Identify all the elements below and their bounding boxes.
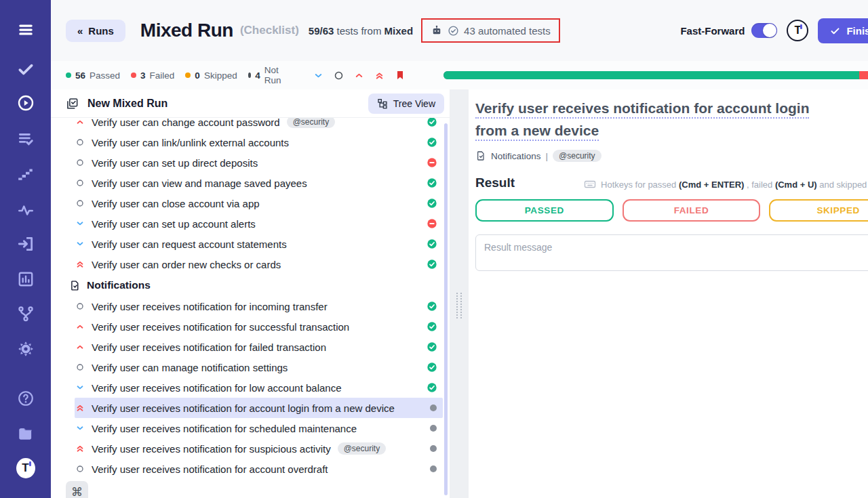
test-row[interactable]: Verify user receives notification for ac… [75, 398, 443, 418]
test-row[interactable]: Verify user can view and manage saved pa… [75, 173, 443, 193]
list-scrollbar[interactable] [444, 123, 448, 495]
priority-normal-icon [75, 179, 85, 187]
branch-icon[interactable] [16, 304, 35, 323]
pulse-icon[interactable] [16, 201, 35, 220]
test-row[interactable]: Verify user receives notification for su… [75, 438, 443, 459]
status-passed-icon [427, 117, 437, 127]
help-icon[interactable] [16, 389, 35, 408]
chevrons-up-filter-icon[interactable] [374, 70, 384, 81]
check-icon [830, 26, 840, 36]
test-plans-icon[interactable] [16, 129, 35, 148]
status-passed-icon [427, 238, 437, 249]
failed-button[interactable]: FAILED [623, 199, 761, 222]
check-icon[interactable] [16, 60, 35, 79]
suite-breadcrumb[interactable]: Notifications [491, 151, 541, 161]
content: New Mixed Run Tree View Verify user can … [51, 89, 868, 498]
suite-group-header[interactable]: Notifications [69, 274, 443, 296]
command-shortcut-button[interactable]: ⌘ [66, 481, 88, 498]
test-row[interactable]: Verify user receives notification for fa… [75, 337, 443, 357]
hotkey-label: Hotkeys for passed [601, 180, 679, 190]
test-row[interactable]: Verify user receives notification for in… [75, 296, 443, 316]
sidebar: T [0, 0, 51, 498]
status-passed-icon [427, 259, 437, 270]
double-chevron-left-icon: « [77, 25, 83, 37]
chevron-down-filter-icon[interactable] [313, 70, 323, 81]
back-to-runs-button[interactable]: « Runs [66, 20, 125, 42]
list-header: New Mixed Run Tree View [51, 89, 450, 118]
priority-low-icon [75, 423, 85, 433]
priority-normal-icon [75, 302, 85, 310]
projects-folder-icon[interactable] [16, 424, 35, 443]
test-row[interactable]: Verify user receives notification for su… [75, 316, 443, 337]
skipped-button[interactable]: SKIPPED [769, 199, 868, 222]
test-row-title: Verify user receives notification for su… [92, 321, 349, 333]
test-list-pane: New Mixed Run Tree View Verify user can … [51, 89, 450, 498]
steps-icon[interactable] [16, 165, 35, 184]
status-notrun-icon [429, 444, 437, 453]
run-progress-bar [443, 71, 868, 79]
run-list-title: New Mixed Run [87, 98, 167, 110]
status-notrun-icon [429, 404, 437, 412]
test-row[interactable]: Verify user can order new checks or card… [75, 254, 443, 274]
checklist-icon [66, 97, 79, 110]
menu-icon[interactable] [16, 20, 35, 39]
priority-highest-icon [75, 403, 85, 413]
priority-low-icon [75, 383, 85, 392]
status-passed-icon [427, 137, 437, 148]
keyboard-icon [584, 178, 599, 190]
priority-normal-icon [75, 138, 85, 146]
test-row-title: Verify user receives notification for lo… [92, 382, 342, 394]
circle-filter-icon[interactable] [334, 70, 344, 81]
settings-gear-icon[interactable] [16, 339, 35, 358]
test-detail-pane: ••• Verify user receives notification fo… [469, 89, 868, 498]
fast-forward-toggle[interactable] [751, 23, 777, 38]
divider-grip-handle[interactable] [456, 293, 462, 318]
status-passed-icon [427, 198, 437, 209]
chevron-up-filter-icon[interactable] [354, 70, 364, 81]
run-type-label: (Checklist) [240, 24, 299, 37]
progress-failed-segment [859, 71, 868, 79]
test-row[interactable]: Verify user receives notification for sc… [75, 418, 443, 438]
file-check-icon [69, 280, 81, 291]
test-row[interactable]: Verify user can close account via app [75, 193, 443, 213]
automated-tests-badge[interactable]: 43 automated tests [421, 18, 560, 43]
app-logo[interactable]: T [16, 459, 35, 478]
test-row[interactable]: Verify user can request account statemen… [75, 234, 443, 254]
import-icon[interactable] [16, 234, 35, 253]
status-notrun-icon [429, 465, 437, 473]
breadcrumb-separator: | [546, 151, 549, 161]
priority-highest-icon [75, 260, 85, 269]
pane-divider[interactable] [450, 89, 469, 498]
passed-button[interactable]: PASSED [475, 199, 614, 222]
test-row-title: Verify user can link/unlink external acc… [92, 137, 289, 148]
status-passed-icon [427, 362, 437, 373]
test-row-title: Verify user can close account via app [92, 198, 260, 209]
status-passed-icon [427, 321, 437, 332]
status-passed-icon [427, 301, 437, 312]
hotkey-label: , failed [744, 180, 775, 190]
priority-low-icon [75, 219, 85, 228]
test-row[interactable]: Verify user receives notification for lo… [75, 377, 443, 398]
security-tag[interactable]: @security [553, 150, 601, 162]
test-row[interactable]: Verify user can link/unlink external acc… [75, 132, 443, 152]
test-row[interactable]: Verify user can manage notification sett… [75, 357, 443, 377]
run-play-icon[interactable] [16, 94, 35, 112]
priority-low-icon [75, 239, 85, 249]
tree-view-button[interactable]: Tree View [368, 94, 444, 114]
test-row-title: Verify user receives notification for in… [92, 301, 328, 312]
result-message-input[interactable] [475, 234, 868, 271]
main-area: « Runs Mixed Run (Checklist) 59/63 tests… [51, 0, 868, 498]
bookmark-filter-icon[interactable] [395, 70, 406, 81]
file-check-icon [475, 150, 486, 161]
group-title: Notifications [87, 279, 151, 291]
priority-high-icon [75, 342, 85, 352]
test-row[interactable]: Verify user can set up account alerts [75, 213, 443, 234]
status-passed-icon [427, 178, 437, 188]
brand-logo[interactable]: T [787, 20, 808, 41]
tests-count-info: 59/63 tests from Mixed [309, 25, 413, 37]
status-passed-icon [427, 382, 437, 393]
test-row[interactable]: Verify user can set up direct deposits [75, 152, 443, 173]
analytics-icon[interactable] [16, 270, 35, 289]
finish-run-button[interactable]: Finish Run [818, 18, 868, 43]
test-row[interactable]: Verify user receives notification for ac… [75, 459, 443, 479]
